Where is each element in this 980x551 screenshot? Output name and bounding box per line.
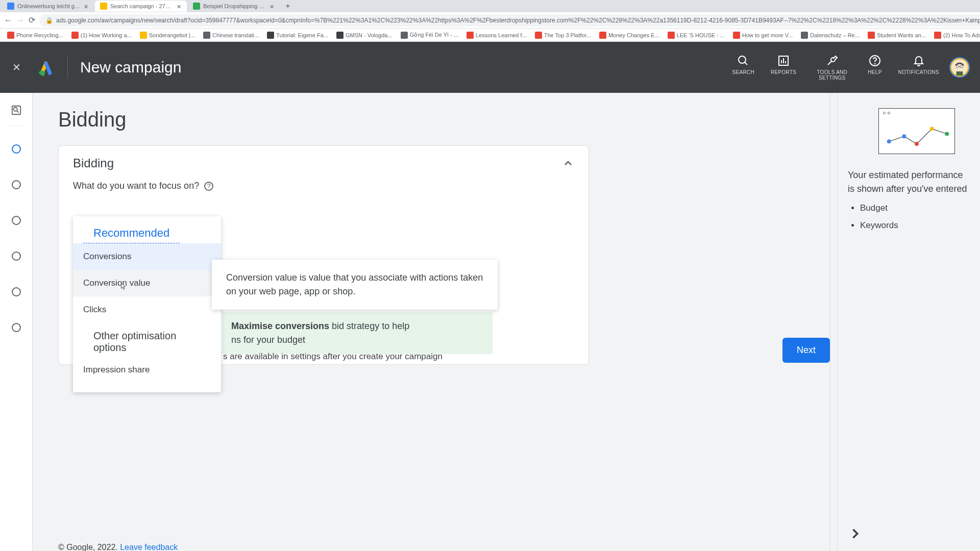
browser-tab-active[interactable]: Search campaign - 279-560- ✕ [95,1,187,12]
tool-label: SEARCH [732,69,754,75]
wrench-icon [825,54,839,67]
help-icon[interactable]: ? [204,182,213,191]
back-icon[interactable]: ← [4,15,12,26]
copyright-text: © Google, 2022. [58,543,120,551]
close-icon[interactable]: ✕ [270,4,275,9]
new-tab-button[interactable]: + [283,1,293,11]
bookmark-item[interactable]: Sonderangebot |... [137,31,198,40]
bookmark-item[interactable]: Lessons Learned f... [463,31,530,40]
bookmark-item[interactable]: Gǒng Féi De Yì - ... [398,31,461,40]
svg-point-10 [957,65,959,68]
scrollbar[interactable] [830,93,837,551]
dropdown-option-impression-share[interactable]: Impression share [73,357,221,383]
hint-text: bid strategy to help [329,321,409,331]
svg-point-8 [874,64,875,64]
page-heading: Bidding [58,108,804,131]
browser-tab[interactable]: Beispiel Dropshipping Store ✕ [188,1,280,12]
chevron-up-icon[interactable] [562,157,574,169]
bookmark-item[interactable]: The Top 3 Platfor... [532,31,594,40]
bookmark-label: Student Wants an... [877,32,926,38]
main-content: Bidding Bidding What do you want to focu… [0,93,980,551]
tab-title: Onlinewerbung leicht gemach [17,3,81,9]
dropdown-option-conversion-value[interactable]: Conversion value [73,270,221,296]
bell-icon [912,54,925,67]
hint-box: Maximise conversions bid strategy to hel… [222,312,493,354]
url-input[interactable]: 🔒 ads.google.com/aw/campaigns/new/search… [39,14,980,27]
bookmark-item[interactable]: Student Wants an... [865,31,929,40]
rail-step[interactable] [12,180,21,189]
help-tool[interactable]: HELP [868,54,881,81]
bookmark-favicon-icon [801,32,808,39]
bookmark-item[interactable]: GMSN - Vologda... [333,31,396,40]
card-header[interactable]: Bidding [59,146,589,181]
bookmark-favicon-icon [336,32,344,39]
rail-step[interactable] [12,287,21,296]
rail-step[interactable] [12,252,21,261]
lock-icon: 🔒 [45,17,53,24]
url-text: ads.google.com/aw/campaigns/new/search/d… [56,17,980,24]
bookmark-item[interactable]: Phone Recycling... [4,31,66,40]
bookmark-item[interactable]: Money Changes E... [596,31,663,40]
bookmark-favicon-icon [535,32,542,39]
bookmark-label: How to get more V... [742,32,793,38]
reports-tool[interactable]: REPORTS [771,54,796,81]
tool-label: TOOLS AND SETTINGS [813,69,851,81]
bidding-card: Bidding What do you want to focus on? ? … [58,145,589,365]
browser-tab-strip: Onlinewerbung leicht gemach ✕ Search cam… [0,0,980,12]
close-icon[interactable]: ✕ [177,4,182,9]
close-icon[interactable]: ✕ [84,4,89,9]
next-button[interactable]: Next [782,338,830,363]
tab-title: Beispiel Dropshipping Store [203,3,266,9]
svg-rect-13 [957,71,963,76]
avatar[interactable] [949,57,970,78]
bookmark-item[interactable]: (2) How To Add A... [931,31,980,40]
bookmark-label: Chinese translati... [212,32,259,38]
rail-step[interactable] [12,323,21,332]
question-text: What do you want to focus on? [73,181,199,191]
reload-icon[interactable]: ⟳ [29,15,35,26]
bookmark-label: Phone Recycling... [16,32,63,38]
favicon-icon [100,3,107,10]
dropdown-option-conversions[interactable]: Conversions [73,243,221,270]
footer: © Google, 2022. Leave feedback [58,543,178,551]
focus-dropdown: Recommended Conversions Conversion value… [73,216,221,392]
cursor-icon [120,282,127,289]
close-icon[interactable]: ✕ [10,61,22,73]
bookmark-favicon-icon [668,32,675,39]
bookmark-item[interactable]: Datenschutz – Re... [798,31,863,40]
rail-divider [9,126,24,126]
svg-line-16 [16,111,18,113]
bookmark-item[interactable]: How to get more V... [730,31,796,40]
dropdown-option-clicks[interactable]: Clicks [73,296,221,323]
forward-icon[interactable]: → [16,15,24,26]
dropdown-section-other: Other optimisation options [83,325,211,357]
list-item: Budget [860,203,970,213]
browser-tab[interactable]: Onlinewerbung leicht gemach ✕ [2,1,94,12]
rail-step[interactable] [12,216,21,225]
search-tool[interactable]: SEARCH [732,54,754,81]
svg-point-11 [961,65,963,68]
notifications-tool[interactable]: NOTIFICATIONS [898,54,939,81]
overview-icon[interactable] [9,103,23,117]
bookmark-item[interactable]: LEE 'S HOUSE - ... [665,31,728,40]
app-header: ✕ New campaign SEARCH REPORTS TOOLS AND … [0,42,980,93]
tab-title: Search campaign - 279-560- [110,3,174,9]
bookmark-item[interactable]: Tutorial: Eigene Fa... [264,31,331,40]
tool-label: HELP [868,69,881,75]
chevron-right-icon[interactable] [848,527,862,541]
bookmark-favicon-icon [733,32,740,39]
leave-feedback-link[interactable]: Leave feedback [120,543,178,551]
bookmark-favicon-icon [71,32,79,39]
performance-text: Your estimated performance is shown afte… [848,168,970,196]
left-rail [0,93,33,551]
rail-step-bidding[interactable] [12,144,21,154]
address-bar: ← → ⟳ 🔒 ads.google.com/aw/campaigns/new/… [0,12,980,29]
bookmark-item[interactable]: Chinese translati... [200,31,262,40]
bookmark-favicon-icon [599,32,606,39]
bookmark-item[interactable]: (1) How Working a... [68,31,135,40]
bookmark-favicon-icon [140,32,147,39]
performance-list: Budget Keywords [848,203,970,231]
svg-point-18 [902,134,906,138]
svg-point-19 [915,142,919,146]
tools-settings-tool[interactable]: TOOLS AND SETTINGS [813,54,851,81]
